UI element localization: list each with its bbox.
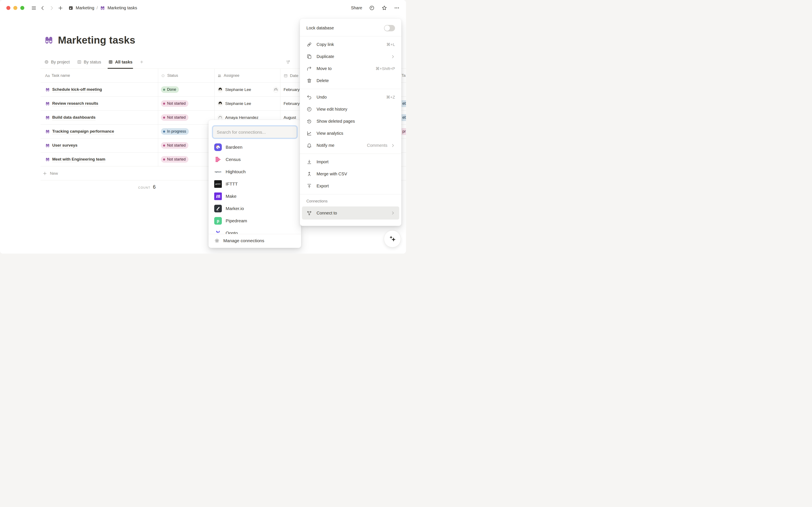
connection-item-ifttt[interactable]: IFTTTIFTTT [208, 178, 301, 190]
assignee-cell[interactable]: Stephanie Lee [214, 97, 280, 110]
connection-item-make[interactable]: Make [208, 190, 301, 203]
window-titlebar: Marketing / Marketing tasks Share [0, 0, 406, 16]
lock-database-toggle[interactable] [384, 25, 395, 31]
menu-item-show-deleted-pages[interactable]: Show deleted pages [300, 115, 401, 127]
manage-connections-button[interactable]: Manage connections [208, 234, 301, 247]
updates-clock-icon[interactable] [369, 5, 375, 11]
tab-by-project[interactable]: By project [44, 55, 70, 68]
menu-item-label: View analytics [317, 131, 343, 136]
menu-item-notify-me[interactable]: Notify meComments [300, 139, 401, 152]
status-cell[interactable]: Not started [158, 153, 214, 166]
sidebar-menu-icon[interactable] [31, 5, 37, 11]
menu-item-view-edit-history[interactable]: View edit history [300, 103, 401, 115]
target-icon [44, 60, 49, 64]
menu-item-export[interactable]: Export [300, 180, 401, 192]
status-cell[interactable]: Done [158, 83, 214, 97]
tag-cell[interactable]: eb [401, 111, 406, 124]
task-name-cell[interactable]: Meet with Engineering team [41, 153, 158, 166]
ai-assistant-button[interactable] [384, 230, 401, 247]
task-name-link[interactable]: Schedule kick-off meeting [52, 87, 102, 92]
connection-item-bardeen[interactable]: Bardeen [208, 141, 301, 153]
status-dot-icon [163, 117, 165, 119]
task-name-cell[interactable]: Tracking campaign performance [41, 125, 158, 138]
make-icon [214, 192, 222, 200]
task-name-link[interactable]: Meet with Engineering team [52, 157, 105, 162]
menu-item-delete[interactable]: Delete [300, 75, 401, 87]
menu-item-view-analytics[interactable]: View analytics [300, 127, 401, 139]
menu-item-move-to[interactable]: Move to⌘+Shift+P [300, 63, 401, 75]
task-name-link[interactable]: Tracking campaign performance [52, 129, 114, 134]
connection-item-marker-io[interactable]: Marker.io [208, 203, 301, 215]
new-page-icon[interactable] [58, 5, 63, 11]
connection-item-census[interactable]: Census [208, 153, 301, 166]
breadcrumb-current[interactable]: Marketing tasks [108, 5, 137, 10]
menu-item-duplicate[interactable]: Duplicate [300, 51, 401, 63]
menu-section: ImportMerge with CSVExport [300, 154, 401, 194]
menu-item-label: Move to [317, 66, 331, 71]
close-button[interactable] [6, 6, 10, 10]
task-name-cell[interactable]: Build data dashboards [41, 111, 158, 124]
connection-item-pipedream[interactable]: pPipedream [208, 215, 301, 227]
menu-item-shortcut: ⌘+Shift+P [376, 66, 395, 71]
menu-item-lock-database[interactable]: Lock database [300, 22, 401, 34]
menu-item-import[interactable]: Import [300, 156, 401, 168]
task-name-cell[interactable]: User surveys [41, 138, 158, 152]
menu-item-label: Notify me [317, 143, 334, 148]
status-label: In progress [167, 129, 186, 134]
menu-item-copy-link[interactable]: Copy link⌘+L [300, 39, 401, 51]
minimize-button[interactable] [13, 6, 17, 10]
tag-cell[interactable] [401, 138, 406, 152]
column-header-partial[interactable]: Ta [401, 69, 406, 82]
zoom-button[interactable] [20, 6, 24, 10]
page-title[interactable]: Marketing tasks [58, 34, 135, 46]
back-icon[interactable] [40, 5, 46, 11]
tag-cell[interactable] [401, 83, 406, 97]
favorite-star-icon[interactable] [381, 5, 387, 11]
count-row: COUNT 6 [41, 180, 158, 194]
task-name-link[interactable]: Build data dashboards [52, 115, 96, 120]
status-dot-icon [163, 158, 165, 161]
task-name-cell[interactable]: Review research results [41, 97, 158, 110]
status-pill: Not started [161, 114, 188, 121]
status-cell[interactable]: In progress [158, 125, 214, 138]
count-label[interactable]: COUNT [138, 186, 150, 189]
plus-icon [43, 171, 47, 176]
share-button[interactable]: Share [351, 5, 362, 10]
tab-all-tasks[interactable]: All tasks [108, 55, 132, 68]
assignee-cell[interactable]: Stephanie Lee [214, 83, 280, 97]
filter-button[interactable] [286, 55, 291, 69]
task-name-cell[interactable]: Schedule kick-off meeting [41, 83, 158, 97]
menu-item-connect-to[interactable]: Connect to [302, 207, 399, 220]
connection-item-hightouch[interactable]: hightouchHightouch [208, 166, 301, 178]
connection-item-qonto[interactable]: Qonto [208, 227, 301, 234]
binoculars-icon [45, 143, 50, 148]
column-header-task-name[interactable]: AaTask name [41, 69, 158, 82]
status-cell[interactable]: Not started [158, 111, 214, 124]
breadcrumb-root[interactable]: Marketing [76, 5, 94, 10]
search-input[interactable] [213, 126, 297, 138]
count-value[interactable]: 6 [153, 184, 155, 190]
status-cell[interactable]: Not started [158, 97, 214, 110]
tag-cell[interactable]: pr [401, 125, 406, 138]
page-icon-binoculars[interactable] [44, 35, 54, 45]
menu-item-undo[interactable]: Undo⌘+Z [300, 91, 401, 103]
undo-icon [306, 94, 312, 100]
tab-label: All tasks [115, 60, 132, 64]
status-label: Not started [167, 157, 186, 162]
more-options-icon[interactable] [394, 5, 400, 11]
menu-item-merge-with-csv[interactable]: Merge with CSV [300, 168, 401, 180]
assignee-name: Stephanie Lee [225, 88, 251, 92]
task-name-link[interactable]: Review research results [52, 101, 98, 106]
page-header: Marketing tasks [44, 34, 135, 46]
column-header-status[interactable]: Status [158, 69, 214, 82]
tag-cell[interactable]: eb [401, 97, 406, 110]
tab-by-status[interactable]: By status [77, 55, 101, 68]
column-header-assignee[interactable]: Assignee [214, 69, 280, 82]
status-cell[interactable]: Not started [158, 138, 214, 152]
task-name-link[interactable]: User surveys [52, 143, 77, 148]
tag-cell[interactable] [401, 153, 406, 166]
assignee-name: Stephanie Lee [225, 101, 251, 106]
window-controls [6, 6, 24, 10]
add-view-button[interactable] [139, 55, 144, 68]
forward-icon[interactable] [49, 5, 54, 11]
